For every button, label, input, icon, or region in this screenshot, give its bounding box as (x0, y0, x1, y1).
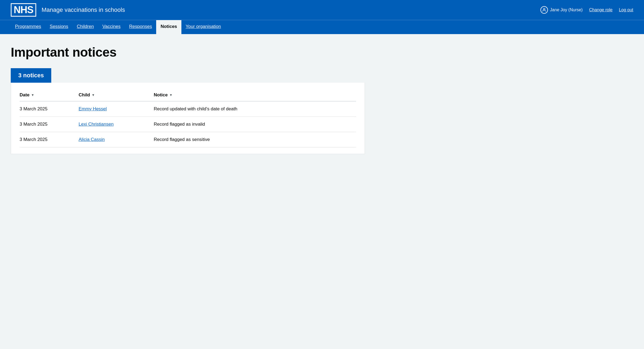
cell-notice: Record updated with child’s date of deat… (154, 101, 356, 117)
cell-child: Alicia Cassin (79, 132, 154, 147)
child-link[interactable]: Lexi Christiansen (79, 122, 114, 127)
nav-item-programmes[interactable]: Programmes (11, 20, 45, 34)
child-link[interactable]: Alicia Cassin (79, 137, 105, 142)
child-link[interactable]: Emmy Hessel (79, 106, 107, 111)
notices-table: Date ▼ Child ▼ Notice (20, 89, 356, 147)
change-role-button[interactable]: Change role (589, 8, 612, 12)
table-row: 3 March 2025Alicia CassinRecord flagged … (20, 132, 356, 147)
table-row: 3 March 2025Emmy HesselRecord updated wi… (20, 101, 356, 117)
table-row: 3 March 2025Lexi ChristiansenRecord flag… (20, 117, 356, 132)
col-header-child[interactable]: Child ▼ (79, 89, 154, 101)
cell-date: 3 March 2025 (20, 132, 79, 147)
nav-item-sessions[interactable]: Sessions (45, 20, 72, 34)
app-title: Manage vaccinations in schools (42, 6, 125, 13)
cell-date: 3 March 2025 (20, 101, 79, 117)
col-header-notice[interactable]: Notice ▼ (154, 89, 356, 101)
main-nav: Programmes Sessions Children Vaccines Re… (0, 20, 644, 34)
cell-notice: Record flagged as invalid (154, 117, 356, 132)
user-name: Jane Joy (Nurse) (550, 8, 583, 12)
nav-item-organisation[interactable]: Your organisation (181, 20, 225, 34)
sort-icon-child: ▼ (92, 93, 95, 97)
sort-icon-date: ▼ (31, 93, 34, 97)
user-icon (540, 6, 548, 14)
page-title: Important notices (11, 45, 365, 60)
cell-child: Emmy Hessel (79, 101, 154, 117)
cell-date: 3 March 2025 (20, 117, 79, 132)
nav-item-vaccines[interactable]: Vaccines (98, 20, 125, 34)
cell-child: Lexi Christiansen (79, 117, 154, 132)
notices-badge: 3 notices (11, 68, 51, 83)
cell-notice: Record flagged as sensitive (154, 132, 356, 147)
nhs-logo: NHS (11, 3, 36, 17)
svg-point-0 (543, 8, 545, 10)
nhs-logo-text: NHS (14, 4, 33, 15)
logout-button[interactable]: Log out (619, 8, 633, 12)
header-left: NHS Manage vaccinations in schools (11, 3, 125, 17)
nav-item-notices[interactable]: Notices (156, 20, 181, 34)
main-content: Important notices 3 notices Date ▼ (0, 34, 376, 170)
header: NHS Manage vaccinations in schools Jane … (0, 0, 644, 20)
nav-item-children[interactable]: Children (72, 20, 98, 34)
col-header-date[interactable]: Date ▼ (20, 89, 79, 101)
sort-icon-notice: ▼ (169, 93, 173, 97)
header-right: Jane Joy (Nurse) Change role Log out (540, 6, 633, 14)
user-info: Jane Joy (Nurse) (540, 6, 583, 14)
nav-item-responses[interactable]: Responses (125, 20, 156, 34)
notices-table-container: Date ▼ Child ▼ Notice (11, 83, 365, 154)
table-inner: Date ▼ Child ▼ Notice (11, 83, 365, 154)
